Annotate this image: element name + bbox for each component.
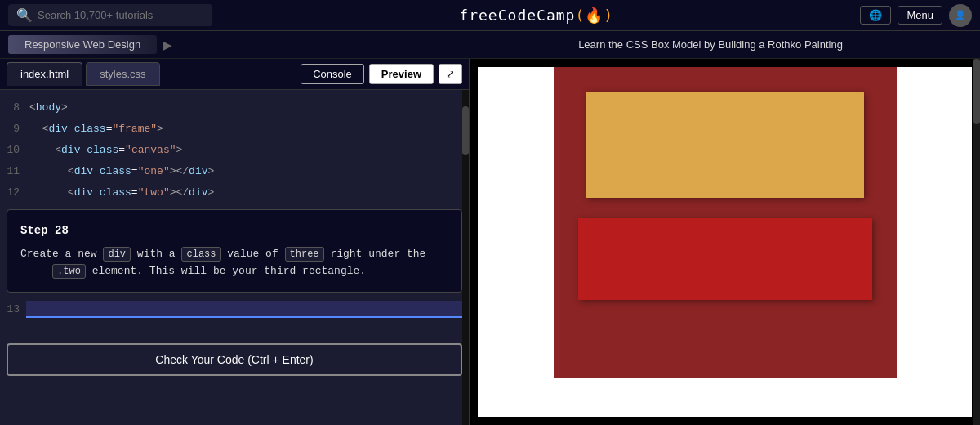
preview-content [478, 67, 972, 417]
main-area: index.html styles.css Console Preview ⤢ … [0, 59, 980, 425]
step-code-two: .two [52, 264, 86, 279]
menu-button[interactable]: Menu [898, 6, 942, 25]
line-num-10: 10 [0, 144, 26, 156]
line-content-11: <div class="one"></div> [26, 165, 214, 177]
editor-scrollbar[interactable] [462, 90, 469, 425]
code-input[interactable] [26, 301, 469, 318]
breadcrumb-bar: Responsive Web Design ▶ Learn the CSS Bo… [0, 31, 980, 59]
line-content-9: <div class="frame"> [26, 123, 163, 135]
input-line-13[interactable]: 13 [0, 299, 469, 320]
search-input[interactable] [38, 9, 201, 21]
console-button[interactable]: Console [301, 64, 364, 84]
rect-two [578, 218, 872, 300]
line-num-13: 13 [0, 303, 26, 315]
scrollbar-thumb[interactable] [462, 106, 469, 155]
flame-icon: (🔥) [575, 7, 613, 24]
code-line-11: 11 <div class="one"></div> [0, 160, 469, 181]
line-num-8: 8 [0, 101, 26, 114]
code-editor[interactable]: 8 <body> 9 <div class="frame"> 10 <div c… [0, 90, 469, 425]
tab-styles-css[interactable]: styles.css [86, 62, 159, 86]
line-content-12: <div class="two"></div> [26, 186, 214, 199]
line-content-10: <div class="canvas"> [26, 144, 182, 156]
line-content-8: <body> [26, 101, 68, 114]
globe-icon: 🌐 [869, 9, 882, 21]
preview-button[interactable]: Preview [369, 64, 434, 84]
step-code-div: div [103, 247, 131, 262]
step-title: Step 28 [20, 221, 448, 239]
breadcrumb-course[interactable]: Responsive Web Design [8, 35, 157, 54]
code-line-8: 8 <body> [0, 96, 469, 118]
nav-right: 🌐 Menu 👤 [860, 4, 972, 27]
code-lines: 8 <body> 9 <div class="frame"> 10 <div c… [0, 90, 469, 209]
rect-one [586, 92, 864, 198]
search-icon: 🔍 [16, 7, 33, 23]
step-box: Step 28 Create a new div with a class va… [7, 209, 462, 293]
preview-scrollbar-thumb[interactable] [973, 59, 980, 124]
tab-index-html[interactable]: index.html [7, 62, 82, 86]
rothko-canvas [554, 67, 897, 378]
search-bar[interactable]: 🔍 [8, 4, 212, 26]
avatar: 👤 [949, 4, 972, 27]
globe-button[interactable]: 🌐 [860, 6, 891, 25]
step-code-class: class [181, 247, 220, 262]
code-line-9: 9 <div class="frame"> [0, 118, 469, 139]
step-text-after1: right under the [330, 248, 425, 260]
step-text-before: Create a new [20, 248, 97, 260]
code-line-10: 10 <div class="canvas"> [0, 139, 469, 160]
check-code-button[interactable]: Check Your Code (Ctrl + Enter) [7, 343, 462, 376]
expand-button[interactable]: ⤢ [439, 64, 462, 84]
breadcrumb-left: Responsive Web Design ▶ [8, 35, 449, 54]
preview-side [470, 59, 980, 425]
preview-scrollbar[interactable] [973, 59, 980, 425]
step-code-three: three [285, 247, 324, 262]
breadcrumb-arrow: ▶ [163, 38, 172, 51]
top-nav: 🔍 freeCodeCamp(🔥) 🌐 Menu 👤 [0, 0, 980, 31]
check-button-area: Check Your Code (Ctrl + Enter) [0, 337, 469, 382]
line-num-11: 11 [0, 165, 26, 177]
line-num-12: 12 [0, 186, 26, 199]
step-body: Create a new div with a class value of t… [20, 246, 448, 280]
tab-actions: Console Preview ⤢ [301, 64, 462, 84]
tab-bar: index.html styles.css Console Preview ⤢ [0, 59, 469, 90]
spacer [0, 320, 469, 337]
site-logo: freeCodeCamp(🔥) [212, 7, 860, 24]
editor-side: index.html styles.css Console Preview ⤢ … [0, 59, 470, 425]
painting-frame [478, 67, 972, 417]
lesson-title: Learn the CSS Box Model by Building a Ro… [449, 38, 972, 51]
line-num-9: 9 [0, 123, 26, 135]
code-line-12: 12 <div class="two"></div> [0, 181, 469, 203]
